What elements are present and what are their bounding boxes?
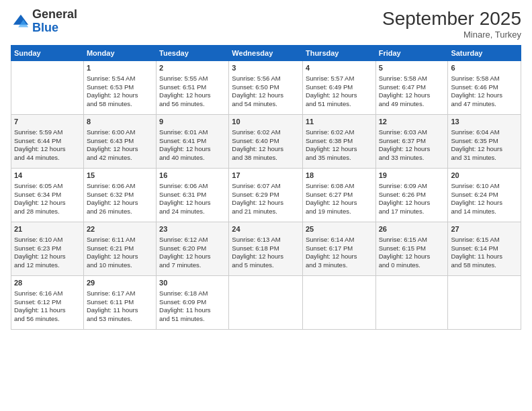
day-number: 3 — [232, 63, 300, 73]
table-row — [302, 276, 375, 330]
day-info: Sunrise: 6:07 AMSunset: 6:29 PMDaylight:… — [232, 182, 300, 216]
table-row: 23Sunrise: 6:12 AMSunset: 6:20 PMDayligh… — [157, 222, 229, 276]
day-number: 20 — [451, 171, 518, 181]
table-row: 22Sunrise: 6:11 AMSunset: 6:21 PMDayligh… — [83, 222, 156, 276]
table-row — [229, 276, 303, 330]
table-row: 13Sunrise: 6:04 AMSunset: 6:35 PMDayligh… — [448, 115, 521, 169]
day-info: Sunrise: 5:56 AMSunset: 6:50 PMDaylight:… — [232, 75, 300, 109]
day-info: Sunrise: 6:10 AMSunset: 6:23 PMDaylight:… — [14, 236, 81, 270]
day-info: Sunrise: 6:08 AMSunset: 6:27 PMDaylight:… — [306, 182, 373, 216]
day-number: 22 — [87, 224, 153, 234]
table-row: 19Sunrise: 6:09 AMSunset: 6:26 PMDayligh… — [375, 169, 448, 222]
calendar-week-row: 21Sunrise: 6:10 AMSunset: 6:23 PMDayligh… — [11, 222, 521, 276]
logo-text: General Blue — [32, 8, 77, 35]
table-row: 15Sunrise: 6:06 AMSunset: 6:32 PMDayligh… — [83, 169, 156, 222]
table-row: 14Sunrise: 6:05 AMSunset: 6:34 PMDayligh… — [11, 169, 84, 222]
day-info: Sunrise: 6:03 AMSunset: 6:37 PMDaylight:… — [379, 128, 445, 163]
day-info: Sunrise: 5:57 AMSunset: 6:49 PMDaylight:… — [306, 75, 373, 109]
day-number: 2 — [159, 63, 226, 73]
day-info: Sunrise: 5:55 AMSunset: 6:51 PMDaylight:… — [159, 75, 226, 109]
calendar-week-row: 14Sunrise: 6:05 AMSunset: 6:34 PMDayligh… — [11, 169, 521, 222]
table-row: 10Sunrise: 6:02 AMSunset: 6:40 PMDayligh… — [229, 115, 303, 169]
day-number: 18 — [306, 171, 373, 181]
day-info: Sunrise: 6:09 AMSunset: 6:26 PMDaylight:… — [379, 182, 445, 216]
day-number: 9 — [159, 117, 226, 127]
table-row: 12Sunrise: 6:03 AMSunset: 6:37 PMDayligh… — [375, 115, 448, 169]
col-wednesday: Wednesday — [229, 46, 303, 61]
day-info: Sunrise: 5:59 AMSunset: 6:44 PMDaylight:… — [14, 128, 81, 163]
day-number: 25 — [306, 224, 373, 234]
day-info: Sunrise: 6:14 AMSunset: 6:17 PMDaylight:… — [306, 236, 373, 270]
day-number: 14 — [14, 171, 81, 181]
day-number: 13 — [451, 117, 518, 127]
table-row: 7Sunrise: 5:59 AMSunset: 6:44 PMDaylight… — [11, 115, 84, 169]
day-info: Sunrise: 6:01 AMSunset: 6:41 PMDaylight:… — [159, 128, 226, 163]
col-friday: Friday — [375, 46, 448, 61]
day-number: 12 — [379, 117, 445, 127]
table-row: 20Sunrise: 6:10 AMSunset: 6:24 PMDayligh… — [448, 169, 521, 222]
day-number: 30 — [159, 278, 226, 288]
table-row — [448, 276, 521, 330]
day-number: 5 — [379, 63, 445, 73]
table-row: 24Sunrise: 6:13 AMSunset: 6:18 PMDayligh… — [229, 222, 303, 276]
table-row: 9Sunrise: 6:01 AMSunset: 6:41 PMDaylight… — [157, 115, 229, 169]
col-tuesday: Tuesday — [157, 46, 229, 61]
day-info: Sunrise: 6:05 AMSunset: 6:34 PMDaylight:… — [14, 182, 81, 216]
table-row: 4Sunrise: 5:57 AMSunset: 6:49 PMDaylight… — [302, 61, 375, 115]
table-row: 28Sunrise: 6:16 AMSunset: 6:12 PMDayligh… — [11, 276, 84, 330]
day-number: 11 — [306, 117, 373, 127]
calendar-table: Sunday Monday Tuesday Wednesday Thursday… — [11, 45, 521, 330]
table-row: 18Sunrise: 6:08 AMSunset: 6:27 PMDayligh… — [302, 169, 375, 222]
logo-icon — [11, 12, 30, 31]
table-row: 21Sunrise: 6:10 AMSunset: 6:23 PMDayligh… — [11, 222, 84, 276]
day-info: Sunrise: 6:00 AMSunset: 6:43 PMDaylight:… — [87, 128, 153, 163]
day-info: Sunrise: 5:58 AMSunset: 6:46 PMDaylight:… — [451, 75, 518, 109]
day-number: 28 — [14, 278, 81, 288]
header: General Blue September 2025 Minare, Turk… — [11, 8, 521, 40]
table-row: 26Sunrise: 6:15 AMSunset: 6:15 PMDayligh… — [375, 222, 448, 276]
col-monday: Monday — [83, 46, 156, 61]
day-number: 26 — [379, 224, 445, 234]
calendar-week-row: 1Sunrise: 5:54 AMSunset: 6:53 PMDaylight… — [11, 61, 521, 115]
table-row — [11, 61, 84, 115]
calendar-header-row: Sunday Monday Tuesday Wednesday Thursday… — [11, 46, 521, 61]
table-row: 8Sunrise: 6:00 AMSunset: 6:43 PMDaylight… — [83, 115, 156, 169]
table-row: 25Sunrise: 6:14 AMSunset: 6:17 PMDayligh… — [302, 222, 375, 276]
day-number: 4 — [306, 63, 373, 73]
table-row: 2Sunrise: 5:55 AMSunset: 6:51 PMDaylight… — [157, 61, 229, 115]
logo-general: General — [32, 7, 77, 21]
calendar-week-row: 28Sunrise: 6:16 AMSunset: 6:12 PMDayligh… — [11, 276, 521, 330]
table-row: 6Sunrise: 5:58 AMSunset: 6:46 PMDaylight… — [448, 61, 521, 115]
day-number: 10 — [232, 117, 300, 127]
page: General Blue September 2025 Minare, Turk… — [0, 0, 532, 411]
svg-marker-0 — [13, 15, 28, 25]
table-row: 11Sunrise: 6:02 AMSunset: 6:38 PMDayligh… — [302, 115, 375, 169]
day-info: Sunrise: 6:06 AMSunset: 6:32 PMDaylight:… — [87, 182, 153, 216]
day-info: Sunrise: 6:10 AMSunset: 6:24 PMDaylight:… — [451, 182, 518, 216]
day-info: Sunrise: 6:02 AMSunset: 6:40 PMDaylight:… — [232, 128, 300, 163]
table-row: 17Sunrise: 6:07 AMSunset: 6:29 PMDayligh… — [229, 169, 303, 222]
day-info: Sunrise: 6:18 AMSunset: 6:09 PMDaylight:… — [159, 289, 226, 324]
day-number: 27 — [451, 224, 518, 234]
logo-blue: Blue — [32, 21, 58, 34]
day-info: Sunrise: 6:16 AMSunset: 6:12 PMDaylight:… — [14, 289, 81, 324]
day-info: Sunrise: 6:15 AMSunset: 6:15 PMDaylight:… — [379, 236, 445, 270]
day-number: 19 — [379, 171, 445, 181]
col-thursday: Thursday — [302, 46, 375, 61]
col-saturday: Saturday — [448, 46, 521, 61]
col-sunday: Sunday — [11, 46, 84, 61]
day-number: 7 — [14, 117, 81, 127]
month-title: September 2025 — [382, 8, 521, 30]
table-row: 1Sunrise: 5:54 AMSunset: 6:53 PMDaylight… — [83, 61, 156, 115]
day-info: Sunrise: 6:11 AMSunset: 6:21 PMDaylight:… — [87, 236, 153, 270]
table-row: 29Sunrise: 6:17 AMSunset: 6:11 PMDayligh… — [83, 276, 156, 330]
table-row: 27Sunrise: 6:15 AMSunset: 6:14 PMDayligh… — [448, 222, 521, 276]
day-info: Sunrise: 5:54 AMSunset: 6:53 PMDaylight:… — [87, 75, 153, 109]
day-number: 1 — [87, 63, 153, 73]
day-info: Sunrise: 5:58 AMSunset: 6:47 PMDaylight:… — [379, 75, 445, 109]
day-number: 17 — [232, 171, 300, 181]
table-row: 16Sunrise: 6:06 AMSunset: 6:31 PMDayligh… — [157, 169, 229, 222]
day-info: Sunrise: 6:12 AMSunset: 6:20 PMDaylight:… — [159, 236, 226, 270]
day-info: Sunrise: 6:13 AMSunset: 6:18 PMDaylight:… — [232, 236, 300, 270]
day-info: Sunrise: 6:04 AMSunset: 6:35 PMDaylight:… — [451, 128, 518, 163]
